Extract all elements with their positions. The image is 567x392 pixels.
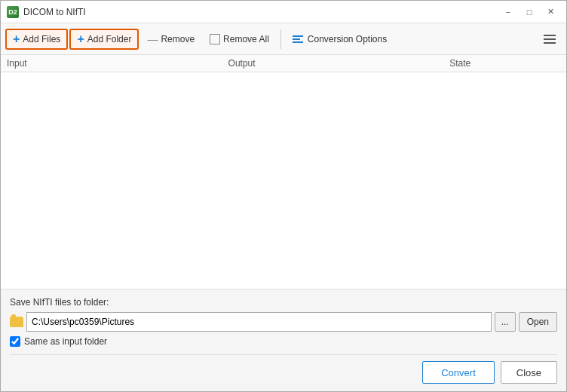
- remove-all-label: Remove All: [223, 34, 269, 44]
- browse-button[interactable]: ...: [495, 312, 516, 332]
- folder-icon: [10, 317, 23, 327]
- table-header: Input Output State: [1, 55, 566, 72]
- remove-all-icon: [210, 34, 220, 44]
- column-header-output: Output: [228, 58, 450, 69]
- table-body: [1, 72, 566, 223]
- remove-button[interactable]: — Remove: [140, 29, 201, 49]
- window-title: DICOM to NIfTI: [23, 7, 498, 17]
- conversion-options-label: Conversion Options: [308, 34, 387, 44]
- hamburger-line-1: [544, 35, 556, 36]
- maximize-button[interactable]: □: [519, 5, 539, 20]
- same-as-input-checkbox[interactable]: [10, 336, 20, 347]
- add-folder-button[interactable]: + Add Folder: [69, 29, 139, 50]
- toolbar: + Add Files + Add Folder — Remove Remove…: [1, 23, 566, 55]
- open-button[interactable]: Open: [519, 312, 557, 332]
- conversion-options-button[interactable]: Conversion Options: [286, 30, 394, 48]
- remove-label: Remove: [161, 34, 195, 44]
- hamburger-line-2: [544, 38, 556, 40]
- file-list-area[interactable]: Input Output State: [1, 55, 566, 289]
- add-folder-icon: +: [77, 33, 84, 45]
- hamburger-line-3: [544, 42, 556, 44]
- toolbar-separator: [280, 29, 281, 49]
- save-label: Save NIfTI files to folder:: [10, 297, 557, 308]
- same-as-input-label[interactable]: Same as input folder: [24, 336, 107, 347]
- close-button[interactable]: Close: [501, 361, 557, 384]
- add-folder-label: Add Folder: [87, 34, 132, 44]
- close-window-button[interactable]: ✕: [541, 5, 560, 20]
- title-bar: D2 DICOM to NIfTI − □ ✕: [1, 1, 566, 23]
- add-files-button[interactable]: + Add Files: [5, 29, 68, 50]
- minimize-button[interactable]: −: [498, 5, 518, 20]
- conversion-options-icon: [293, 35, 303, 43]
- bottom-panel: Save NIfTI files to folder: ... Open Sam…: [1, 289, 566, 391]
- convert-button[interactable]: Convert: [422, 361, 495, 384]
- path-row: ... Open: [10, 312, 557, 332]
- same-as-input-row: Same as input folder: [10, 336, 557, 347]
- column-header-input: Input: [7, 58, 228, 69]
- column-header-state: State: [449, 58, 560, 69]
- add-files-icon: +: [13, 33, 20, 45]
- add-files-label: Add Files: [23, 34, 60, 44]
- remove-icon: —: [147, 33, 158, 45]
- window-controls: − □ ✕: [498, 5, 560, 20]
- action-row: Convert Close: [10, 354, 557, 384]
- output-path-input[interactable]: [26, 312, 492, 332]
- menu-button[interactable]: [538, 27, 562, 51]
- remove-all-button[interactable]: Remove All: [203, 30, 276, 48]
- app-icon: D2: [7, 6, 19, 18]
